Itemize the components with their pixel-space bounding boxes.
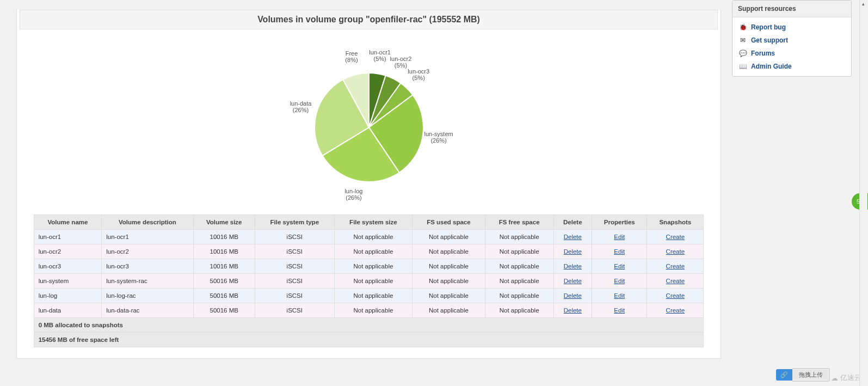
table-header-row: Volume name Volume description Volume si…	[34, 215, 704, 230]
pie-label: (26%)	[430, 137, 446, 144]
chart-title: Volumes in volume group "openfiler-rac" …	[20, 10, 718, 29]
cell-fstype: iSCSI	[255, 230, 334, 244]
sidebar-item[interactable]: 📖Admin Guide	[732, 60, 851, 73]
pie-label: (5%)	[412, 75, 424, 81]
edit-link[interactable]: Edit	[614, 248, 625, 255]
table-row: lun-ocr1lun-ocr110016 MBiSCSINot applica…	[34, 230, 704, 244]
cell-used: Not applicable	[413, 303, 485, 318]
table-row: lun-ocr2lun-ocr210016 MBiSCSINot applica…	[34, 244, 704, 259]
table-row: lun-loglun-log-rac50016 MBiSCSINot appli…	[34, 289, 704, 303]
sidebar-item[interactable]: ✉Get support	[732, 34, 851, 47]
sidebar-title: Support resources	[732, 1, 851, 17]
cell-name: lun-system	[34, 274, 102, 289]
cell-free: Not applicable	[485, 274, 553, 289]
sidebar-item[interactable]: 💬Forums	[732, 47, 851, 60]
footer-snapshots: 0 MB allocated to snapshots	[34, 318, 704, 333]
sidebar-icon: ✉	[739, 36, 747, 44]
cell-desc: lun-ocr1	[102, 230, 193, 244]
th-delete: Delete	[553, 215, 592, 230]
edit-link[interactable]: Edit	[614, 234, 625, 240]
cell-used: Not applicable	[413, 289, 485, 303]
pie-label: Free	[345, 50, 358, 57]
th-free: FS free space	[485, 215, 553, 230]
cell-used: Not applicable	[413, 230, 485, 244]
sidebar-link[interactable]: Forums	[751, 50, 775, 57]
cell-name: lun-data	[34, 303, 102, 318]
cell-desc: lun-ocr3	[102, 259, 193, 274]
create-snapshot-link[interactable]: Create	[666, 248, 685, 255]
cell-fstype: iSCSI	[255, 289, 334, 303]
cell-fssize: Not applicable	[334, 289, 412, 303]
th-used: FS used space	[413, 215, 485, 230]
delete-link[interactable]: Delete	[564, 248, 582, 255]
cell-desc: lun-data-rac	[102, 303, 193, 318]
cell-fstype: iSCSI	[255, 244, 334, 259]
delete-link[interactable]: Delete	[564, 307, 582, 314]
th-desc: Volume description	[102, 215, 193, 230]
sidebar-icon: 💬	[739, 50, 747, 57]
pie-label: (26%)	[292, 107, 308, 113]
sidebar: Support resources 🐞Report bug✉Get suppor…	[732, 0, 852, 359]
pie-label: (5%)	[394, 62, 407, 69]
sidebar-icon: 📖	[739, 63, 747, 70]
th-name: Volume name	[34, 215, 102, 230]
th-fssize: File system size	[334, 215, 412, 230]
delete-link[interactable]: Delete	[564, 234, 582, 240]
edit-link[interactable]: Edit	[614, 307, 625, 314]
pie-label: lun-ocr1	[369, 49, 391, 56]
pie-label: lun-system	[424, 131, 453, 137]
delete-link[interactable]: Delete	[564, 263, 582, 269]
cell-size: 10016 MB	[193, 259, 255, 274]
pie-label: lun-ocr2	[390, 56, 411, 62]
cell-name: lun-ocr2	[34, 244, 102, 259]
pie-label: lun-ocr3	[408, 68, 429, 75]
cell-fstype: iSCSI	[255, 259, 334, 274]
cell-size: 50016 MB	[193, 289, 255, 303]
edit-link[interactable]: Edit	[614, 292, 625, 299]
table-row: lun-systemlun-system-rac50016 MBiSCSINot…	[34, 274, 704, 289]
scrollbar[interactable]: ▴	[859, 0, 867, 359]
volumes-table: Volume name Volume description Volume si…	[34, 215, 704, 347]
cell-fssize: Not applicable	[334, 259, 412, 274]
cell-free: Not applicable	[485, 230, 553, 244]
edit-link[interactable]: Edit	[614, 278, 625, 284]
th-props: Properties	[592, 215, 647, 230]
cell-used: Not applicable	[413, 244, 485, 259]
cell-name: lun-ocr1	[34, 230, 102, 244]
cell-desc: lun-ocr2	[102, 244, 193, 259]
table-row: lun-ocr3lun-ocr310016 MBiSCSINot applica…	[34, 259, 704, 274]
pie-chart: lun-ocr1(5%)lun-ocr2(5%)lun-ocr3(5%)lun-…	[20, 35, 718, 215]
cell-free: Not applicable	[485, 259, 553, 274]
create-snapshot-link[interactable]: Create	[666, 278, 685, 284]
delete-link[interactable]: Delete	[564, 292, 582, 299]
th-fstype: File system type	[255, 215, 334, 230]
footer-freespace: 15456 MB of free space left	[34, 333, 704, 347]
cell-fssize: Not applicable	[334, 274, 412, 289]
delete-link[interactable]: Delete	[564, 278, 582, 284]
cell-size: 10016 MB	[193, 244, 255, 259]
cell-desc: lun-system-rac	[102, 274, 193, 289]
cell-desc: lun-log-rac	[102, 289, 193, 303]
cell-size: 10016 MB	[193, 230, 255, 244]
create-snapshot-link[interactable]: Create	[666, 234, 685, 240]
edit-link[interactable]: Edit	[614, 263, 625, 269]
cell-fstype: iSCSI	[255, 274, 334, 289]
sidebar-link[interactable]: Report bug	[751, 23, 786, 31]
cell-size: 50016 MB	[193, 274, 255, 289]
create-snapshot-link[interactable]: Create	[666, 292, 685, 299]
sidebar-item[interactable]: 🐞Report bug	[732, 21, 851, 34]
create-snapshot-link[interactable]: Create	[666, 307, 685, 314]
pie-label: (26%)	[346, 194, 361, 201]
sidebar-icon: 🐞	[739, 23, 747, 31]
scroll-up-arrow[interactable]: ▴	[859, 1, 867, 7]
sidebar-link[interactable]: Get support	[751, 36, 788, 44]
cell-used: Not applicable	[413, 259, 485, 274]
main-panel: Volumes in volume group "openfiler-rac" …	[16, 10, 721, 359]
pie-label: (5%)	[373, 56, 386, 62]
sidebar-link[interactable]: Admin Guide	[751, 63, 792, 70]
cell-size: 50016 MB	[193, 303, 255, 318]
cell-fssize: Not applicable	[334, 230, 412, 244]
table-row: lun-datalun-data-rac50016 MBiSCSINot app…	[34, 303, 704, 318]
pie-label: (8%)	[345, 57, 358, 63]
create-snapshot-link[interactable]: Create	[666, 263, 685, 269]
